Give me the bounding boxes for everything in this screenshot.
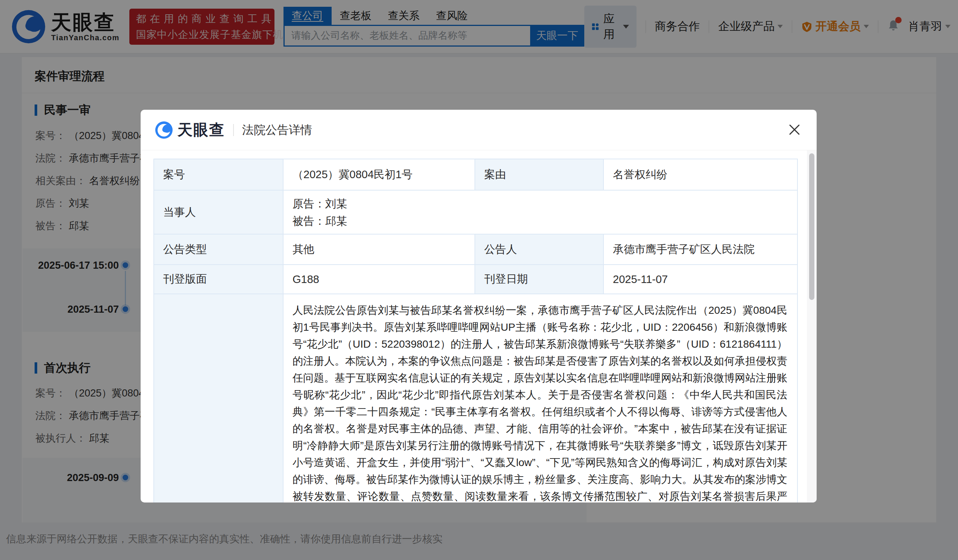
table-row: 人民法院公告原告刘某与被告邱某名誉权纠纷一案，承德市鹰手营子矿区人民法院作出（2… — [154, 294, 798, 503]
cell-label: 案号 — [154, 159, 283, 190]
cell-label-empty — [154, 294, 283, 503]
cell-label: 刊登日期 — [475, 264, 603, 294]
cell-value: 承德市鹰手营子矿区人民法院 — [603, 234, 798, 264]
table-row: 刊登版面 G188 刊登日期 2025-11-07 — [154, 264, 798, 294]
announcement-text: 人民法院公告原告刘某与被告邱某名誉权纠纷一案，承德市鹰手营子矿区人民法院作出（2… — [292, 302, 787, 503]
party-plaintiff: 原告：刘某 — [292, 195, 788, 212]
table-row: 公告类型 其他 公告人 承德市鹰手营子矿区人民法院 — [154, 234, 798, 264]
close-icon[interactable] — [787, 122, 802, 137]
cell-label: 案由 — [475, 159, 603, 190]
table-row: 当事人 原告：刘某 被告：邱某 — [154, 190, 798, 234]
screen: 天眼查 TianYanCha.com 都在用的商业查询工具 国家中小企业发展子基… — [0, 0, 958, 560]
cell-value: （2025）冀0804民初1号 — [283, 159, 475, 190]
cell-label: 公告类型 — [154, 234, 283, 264]
party-defendant: 被告：邱某 — [292, 212, 788, 229]
cell-value: G188 — [283, 264, 475, 294]
cell-value: 原告：刘某 被告：邱某 — [283, 190, 798, 234]
modal-body: 案号 （2025）冀0804民初1号 案由 名誉权纠纷 当事人 原告：刘某 被告… — [141, 150, 807, 503]
cell-value: 其他 — [283, 234, 475, 264]
scrollbar-thumb[interactable] — [809, 153, 814, 300]
cell-value: 名誉权纠纷 — [603, 159, 798, 190]
cell-label: 公告人 — [475, 234, 603, 264]
modal-header: 天眼查 法院公告详情 — [141, 110, 817, 150]
divider — [233, 124, 234, 136]
cell-label: 当事人 — [154, 190, 283, 234]
cell-value: 2025-11-07 — [603, 264, 798, 294]
table-row: 案号 （2025）冀0804民初1号 案由 名誉权纠纷 — [154, 159, 798, 190]
modal-brand: 天眼查 — [178, 120, 225, 140]
court-announcement-modal: 天眼查 法院公告详情 案号 （2025）冀0804民初1号 案由 名誉权纠纷 当… — [141, 110, 817, 503]
cell-announcement: 人民法院公告原告刘某与被告邱某名誉权纠纷一案，承德市鹰手营子矿区人民法院作出（2… — [283, 294, 798, 503]
modal-scrollbar[interactable] — [807, 150, 817, 503]
announcement-table: 案号 （2025）冀0804民初1号 案由 名誉权纠纷 当事人 原告：刘某 被告… — [154, 158, 798, 503]
cell-label: 刊登版面 — [154, 264, 283, 294]
tianyancha-swirl-icon — [155, 121, 173, 139]
modal-title: 法院公告详情 — [242, 122, 312, 138]
